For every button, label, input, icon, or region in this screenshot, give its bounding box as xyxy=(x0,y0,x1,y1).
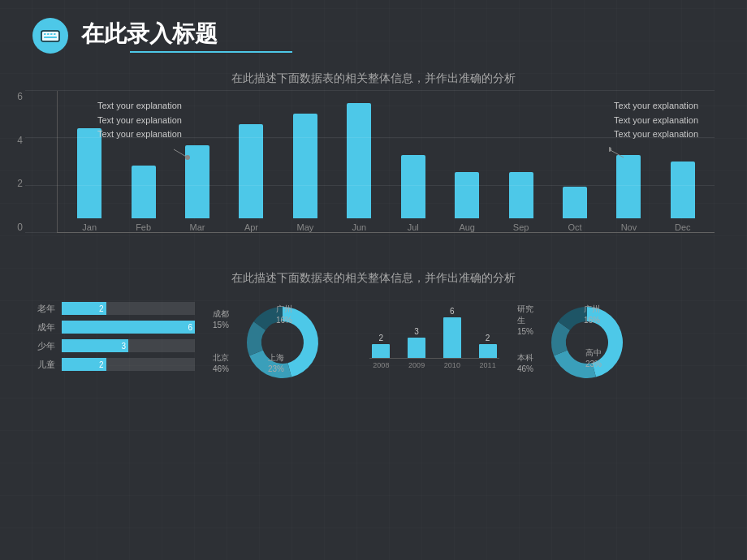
callout-right-line2: Text your explanation xyxy=(614,114,698,128)
y-label-2: 2 xyxy=(0,178,23,189)
year-bar-2008 xyxy=(372,344,390,358)
bar-label-aug: Aug xyxy=(459,222,475,232)
donut2-label-item: 广州16% xyxy=(584,304,600,326)
callout-right-line1: Text your explanation xyxy=(614,99,698,114)
bar-label-nov: Nov xyxy=(621,222,637,232)
y-label-0: 0 xyxy=(0,222,23,233)
h-bar-label-少年: 少年 xyxy=(32,340,55,352)
donut1-label-广州: 广州16% xyxy=(276,304,292,326)
description-1: 在此描述下面数据表的相关整体信息，并作出准确的分析 xyxy=(0,62,747,91)
bar-sep xyxy=(509,172,533,218)
donut1-label-北京: 北京46% xyxy=(213,352,229,375)
callout-left-line1: Text your explanation xyxy=(97,99,182,114)
bottom-charts: 老年2成年6少年3儿童2 成都15%广州16%上海23%北京46% 2362 2… xyxy=(32,302,715,383)
bar-jul xyxy=(401,155,425,218)
y-label-4: 4 xyxy=(0,135,23,146)
header-underline xyxy=(130,51,292,53)
year-label-2008: 2008 xyxy=(369,361,393,369)
svg-rect-3 xyxy=(47,33,50,35)
callout-left: Text your explanation Text your explanat… xyxy=(97,99,182,142)
year-bar-group-2011: 2 xyxy=(476,334,499,358)
h-bar-row-老年: 老年2 xyxy=(32,302,195,315)
year-labels: 2008200920102011 xyxy=(369,359,499,369)
year-label-2009: 2009 xyxy=(405,361,429,369)
bar-apr xyxy=(239,124,263,218)
bar-label-feb: Feb xyxy=(136,222,151,232)
year-bars: 2362 xyxy=(369,302,499,359)
donut1-labels: 成都15%广州16%上海23%北京46% xyxy=(211,302,309,383)
callout-left-line3: Text your explanation xyxy=(97,127,182,142)
bar-mar xyxy=(185,145,209,218)
year-bar-chart: 2362 2008200920102011 xyxy=(369,302,499,369)
h-bar-fill-老年: 2 xyxy=(62,302,106,315)
bar-label-dec: Dec xyxy=(675,222,691,232)
year-bar-val-2010: 6 xyxy=(450,307,455,316)
bar-label-may: May xyxy=(297,222,314,232)
bar-label-jul: Jul xyxy=(408,222,419,232)
donut-chart-2: 研究生15%广州16%高中23%本科46% xyxy=(516,302,658,383)
bar-oct xyxy=(563,187,587,218)
callout-right: Text your explanation Text your explanat… xyxy=(614,99,698,142)
bar-nov xyxy=(616,155,641,218)
bar-jun xyxy=(347,103,371,218)
donut1-label-上海: 上海23% xyxy=(268,352,284,375)
callout-right-line3: Text your explanation xyxy=(614,127,698,142)
bar-label-mar: Mar xyxy=(190,222,205,232)
donut2-label-item: 高中23% xyxy=(585,347,602,370)
callout-left-line2: Text your explanation xyxy=(97,114,182,128)
h-bar-row-少年: 少年3 xyxy=(32,339,195,352)
year-label-2011: 2011 xyxy=(476,361,499,369)
h-bar-row-成年: 成年6 xyxy=(32,321,195,334)
h-bar-track-老年: 2 xyxy=(62,302,195,315)
h-bar-chart: 老年2成年6少年3儿童2 xyxy=(32,302,195,377)
bar-group-jun: Jun xyxy=(332,91,386,232)
h-bar-fill-少年: 3 xyxy=(62,339,128,352)
bar-label-jan: Jan xyxy=(82,222,97,232)
year-label-2010: 2010 xyxy=(441,361,464,369)
year-bar-2010 xyxy=(443,317,461,358)
donut2-label-item: 本科46% xyxy=(517,352,533,375)
donut2-label-item: 研究生15% xyxy=(517,304,533,338)
h-bar-label-老年: 老年 xyxy=(32,303,55,315)
donut-chart-1: 成都15%广州16%上海23%北京46% xyxy=(211,302,353,383)
donut1-label-成都: 成都15% xyxy=(213,308,229,331)
year-bar-group-2008: 2 xyxy=(369,334,393,358)
bar-group-aug: Aug xyxy=(440,91,494,232)
y-axis: 0 2 4 6 xyxy=(0,91,23,233)
bar-chart-container: 0 2 4 6 Text your explanation Text your … xyxy=(0,91,747,261)
bar-group-jul: Jul xyxy=(386,91,440,232)
h-bar-track-成年: 6 xyxy=(62,321,195,334)
donut2-labels: 研究生15%广州16%高中23%本科46% xyxy=(516,302,613,383)
svg-rect-4 xyxy=(50,33,53,35)
page-title: 在此录入标题 xyxy=(81,19,292,50)
year-bar-group-2009: 3 xyxy=(405,327,429,358)
y-label-6: 6 xyxy=(0,91,23,102)
bar-label-apr: Apr xyxy=(244,222,258,232)
year-bar-2011 xyxy=(479,344,497,358)
bar-group-apr: Apr xyxy=(224,91,278,232)
year-bar-group-2010: 6 xyxy=(441,307,464,358)
year-bar-val-2011: 2 xyxy=(486,334,490,342)
svg-rect-6 xyxy=(44,37,57,38)
bar-group-oct: Oct xyxy=(548,91,602,232)
h-bar-label-儿童: 儿童 xyxy=(32,359,55,371)
bar-group-may: May xyxy=(279,91,332,232)
h-bar-label-成年: 成年 xyxy=(32,321,55,334)
svg-rect-5 xyxy=(54,33,56,35)
h-bar-fill-儿童: 2 xyxy=(62,358,106,371)
description-2: 在此描述下面数据表的相关整体信息，并作出准确的分析 xyxy=(0,261,747,291)
bar-dec xyxy=(671,162,695,218)
bar-may xyxy=(293,114,317,218)
header-title-group: 在此录入标题 xyxy=(81,19,292,53)
h-bar-fill-成年: 6 xyxy=(62,321,195,334)
header-icon xyxy=(32,18,68,54)
header-svg-icon xyxy=(40,25,61,46)
bar-label-jun: Jun xyxy=(352,222,366,232)
h-bar-track-少年: 3 xyxy=(62,339,195,352)
header: 在此录入标题 xyxy=(0,0,747,62)
year-bar-val-2009: 3 xyxy=(414,327,419,336)
svg-rect-1 xyxy=(42,32,58,41)
h-bar-track-儿童: 2 xyxy=(62,358,195,371)
bar-label-oct: Oct xyxy=(568,222,581,232)
year-bar-val-2008: 2 xyxy=(379,334,384,342)
